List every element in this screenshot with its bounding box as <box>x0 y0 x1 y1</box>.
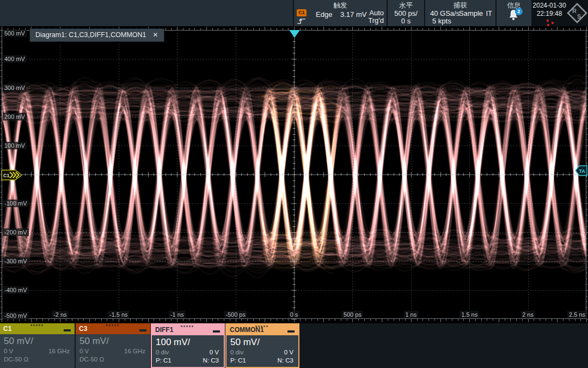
positive-source: P: C1 <box>156 357 171 365</box>
trigger-mode-state: Auto Trg'd <box>368 9 384 25</box>
interpolation-mode: IT <box>486 9 492 17</box>
oscilloscope-screen: 触发 C1 Edge 3.17 mV Auto Trg'd 水平 500 ps/… <box>0 0 588 368</box>
y-axis-label: -500 mV <box>3 312 29 319</box>
channel-bandwidth: 16 GHz <box>124 347 145 355</box>
y-axis-label: -300 mV <box>3 257 29 265</box>
trigger-position-marker[interactable] <box>289 30 300 38</box>
drag-handle-icon[interactable] <box>30 324 32 326</box>
channel-badge-header: C1 <box>0 323 75 334</box>
info-panel[interactable]: 信息 2 <box>497 0 531 26</box>
y-axis-label: 300 mV <box>3 84 27 92</box>
channel-badge-c3[interactable]: C3 50 mV/ 0 V16 GHz DC-50 Ω <box>76 323 150 368</box>
channel-badge-diff1[interactable]: DIFF1 100 mV/ 0 div0 V P: C1N: C3 <box>151 323 225 368</box>
svg-text:R: R <box>572 8 577 14</box>
trigger-source-badge[interactable]: C1 <box>297 9 307 16</box>
c1-offset-marker[interactable]: C1 <box>1 170 23 180</box>
toolbar-empty-area <box>0 0 293 26</box>
trigger-type: Edge <box>316 10 332 19</box>
channel-scale: 50 mV/ <box>4 336 75 347</box>
datetime-display: 2024-01-30 22:19:48 <box>532 0 566 26</box>
x-axis-label: 2.5 ns <box>567 311 587 318</box>
close-icon[interactable]: ✕ <box>153 31 158 39</box>
channel-label: COMMON1 <box>230 326 264 334</box>
x-axis-label: 1 ns <box>403 311 418 318</box>
x-axis-label: -2 ns <box>52 311 68 318</box>
y-axis-label: 200 mV <box>3 113 27 120</box>
trigger-state: Trg'd <box>368 17 384 25</box>
acquisition-mode: Sample <box>459 9 483 17</box>
time-label: 22:19:48 <box>532 10 566 17</box>
svg-text:C1: C1 <box>3 173 10 178</box>
trigger-activity-dots-icon <box>547 20 549 22</box>
x-axis-label: 2 ns <box>520 311 535 318</box>
channel-badge-header: DIFF1 <box>152 324 224 335</box>
channel-offset: 0 V <box>284 348 293 357</box>
x-axis-label: 0 s <box>289 311 300 318</box>
x-axis-label: 500 ps <box>342 311 363 318</box>
top-toolbar: 触发 C1 Edge 3.17 mV Auto Trg'd 水平 500 ps/… <box>0 0 588 26</box>
drag-handle-icon[interactable] <box>255 325 257 327</box>
channel-scale: 50 mV/ <box>79 336 150 347</box>
trigger-settings-panel[interactable]: 触发 C1 Edge 3.17 mV Auto Trg'd <box>294 0 387 26</box>
y-axis-label: 500 mV <box>3 29 27 37</box>
acquisition-settings-panel[interactable]: 捕获 40 GSa/s 5 kpts Sample IT <box>425 0 495 26</box>
minimize-icon[interactable] <box>287 330 295 333</box>
channel-scale: 50 mV/ <box>230 337 298 348</box>
diagram-area: Diagram1: C1,C3,DIFF1,COMMON1✕ C1 TA 500… <box>0 26 588 323</box>
sample-rate: 40 GSa/s <box>430 9 460 17</box>
waveform-canvas[interactable] <box>0 26 588 323</box>
channel-offset: 0 V <box>210 348 219 357</box>
horizontal-position: 0 s <box>388 17 424 25</box>
trigger-level: 3.17 mV <box>340 10 366 19</box>
channel-badge-common1[interactable]: COMMON1 50 mV/ 0 div0 V P: C1N: C3 <box>225 323 299 368</box>
date-label: 2024-01-30 <box>532 2 566 9</box>
y-axis-label: -200 mV <box>3 228 29 236</box>
negative-source: N: C3 <box>278 357 293 365</box>
drag-handle-icon[interactable] <box>106 324 108 326</box>
channel-scale: 100 mV/ <box>156 337 224 348</box>
x-axis-label: 1.5 ns <box>460 311 479 318</box>
y-axis-label: 100 mV <box>3 142 27 149</box>
trigger-level-marker[interactable]: TA <box>575 165 587 176</box>
channel-label: C1 <box>3 325 11 333</box>
channel-badge-c1[interactable]: C1 50 mV/ 0 V16 GHz DC-50 Ω <box>0 323 75 368</box>
channel-badge-header: COMMON1 <box>226 324 298 335</box>
horizontal-scale: 500 ps/ <box>388 9 424 17</box>
svg-text:S: S <box>577 13 581 20</box>
drag-handle-icon[interactable] <box>181 325 182 327</box>
positive-source: P: C1 <box>230 357 246 365</box>
diagram-tab[interactable]: Diagram1: C1,C3,DIFF1,COMMON1✕ <box>30 29 164 41</box>
y-axis-label: 400 mV <box>3 55 27 63</box>
channel-label: C3 <box>79 325 87 333</box>
channel-coupling: DC-50 Ω <box>79 355 104 364</box>
record-length: 5 kpts <box>432 17 451 25</box>
channel-position: 0 div <box>230 348 243 357</box>
notification-count-badge: 2 <box>515 8 523 15</box>
x-axis-label: -500 ps <box>224 311 247 318</box>
svg-text:TA: TA <box>579 168 586 174</box>
x-axis-label: -1.5 ns <box>108 311 130 318</box>
channel-offset: 0 V <box>4 347 13 355</box>
minimize-icon[interactable] <box>64 329 71 331</box>
y-axis-label: -400 mV <box>3 286 29 294</box>
diagram-tab-label: Diagram1: C1,C3,DIFF1,COMMON1 <box>35 31 146 39</box>
channel-label: DIFF1 <box>155 326 173 334</box>
trigger-mode: Auto <box>368 9 384 17</box>
channel-badge-header: C3 <box>76 323 150 334</box>
rising-edge-icon <box>297 17 307 25</box>
rohde-schwarz-logo: R S <box>566 2 588 24</box>
negative-source: N: C3 <box>203 357 219 365</box>
minimize-icon[interactable] <box>139 329 146 331</box>
channel-offset: 0 V <box>79 347 89 355</box>
minimize-icon[interactable] <box>213 330 220 333</box>
channel-bar: C1 50 mV/ 0 V16 GHz DC-50 Ω C3 50 mV/ 0 … <box>0 323 588 368</box>
horizontal-settings-panel[interactable]: 水平 500 ps/ 0 s <box>388 0 424 26</box>
x-axis-label: -1 ns <box>169 311 185 318</box>
channel-position: 0 div <box>156 348 169 357</box>
channel-bandwidth: 16 GHz <box>48 347 70 355</box>
channel-coupling: DC-50 Ω <box>4 355 28 364</box>
y-axis-label: -100 mV <box>3 200 29 207</box>
